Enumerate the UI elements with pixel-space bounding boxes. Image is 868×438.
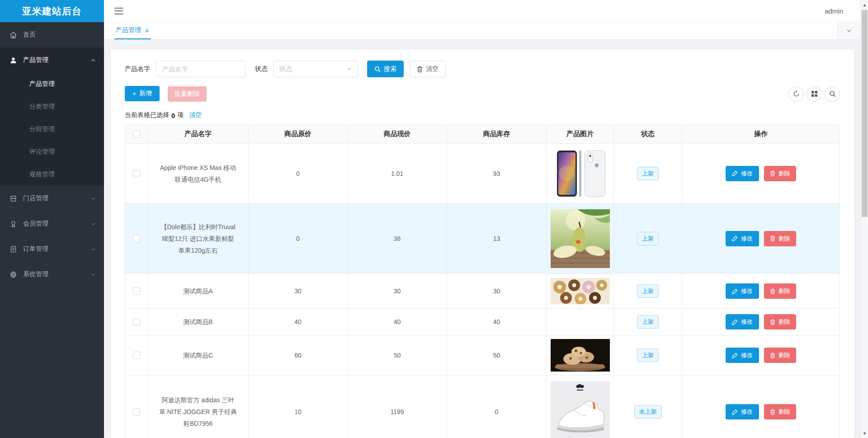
order-icon (9, 245, 17, 253)
stock: 50 (447, 335, 547, 375)
delete-button[interactable]: 删除 (764, 404, 796, 419)
edit-button[interactable]: 修改 (726, 283, 759, 299)
member-icon (9, 220, 17, 228)
delete-button[interactable]: 删除 (764, 166, 796, 181)
batch-delete-button[interactable]: 批量删除 (168, 86, 207, 102)
delete-button[interactable]: 删除 (764, 231, 796, 246)
row-checkbox[interactable] (133, 408, 140, 415)
table-row: 【Dole都乐】比利时Truval啤梨12只 进口水果新鲜梨 单果120g左右 … (125, 203, 840, 274)
menu-toggle-icon[interactable] (114, 8, 123, 14)
sidebar-item-system-mgmt[interactable]: 系统管理 (0, 262, 104, 287)
select-all-checkbox[interactable] (133, 131, 140, 138)
edit-button[interactable]: 修改 (726, 166, 759, 181)
home-icon (9, 31, 17, 39)
page-scrollbar[interactable]: ▲ ▼ (860, 0, 868, 438)
stock: 93 (447, 144, 547, 203)
edit-button[interactable]: 修改 (726, 404, 759, 419)
edit-icon (732, 235, 738, 241)
product-name: 测试商品B (148, 309, 249, 335)
sidebar-subitem-product-mgmt[interactable]: 产品管理 (0, 73, 104, 95)
scrollbar-down-arrow[interactable]: ▼ (861, 429, 868, 437)
col-header-stock: 商品库存 (447, 125, 547, 143)
original-price: 60 (249, 335, 348, 375)
col-header-status: 状态 (614, 125, 682, 143)
refresh-button[interactable] (788, 86, 804, 102)
clear-button[interactable]: 清空 (410, 61, 446, 77)
product-name-label: 产品名字 (125, 65, 150, 73)
original-price: 0 (249, 144, 348, 203)
chevron-down-icon (846, 28, 852, 34)
sidebar-item-order-mgmt[interactable]: 订单管理 (0, 236, 104, 262)
edit-button[interactable]: 修改 (726, 231, 759, 246)
trash-icon (770, 409, 775, 415)
delete-label: 删除 (778, 408, 790, 416)
tab-product-mgmt[interactable]: 产品管理 × (114, 22, 151, 39)
status-select[interactable]: 状态 (274, 61, 358, 77)
user-menu[interactable]: admin (825, 7, 843, 15)
sidebar-item-label: 门店管理 (23, 194, 91, 203)
sidebar-subitem-group-mgmt[interactable]: 分组管理 (0, 118, 104, 141)
product-name-input[interactable] (156, 61, 245, 77)
scrollbar-up-arrow[interactable]: ▲ (861, 1, 868, 9)
edit-button[interactable]: 修改 (726, 314, 759, 330)
content: 产品名字 状态 状态 搜索 清空 (104, 40, 860, 438)
original-price: 30 (249, 274, 348, 308)
main-area: admin 产品管理 × 产品名字 状态 状态 (104, 0, 860, 438)
delete-label: 删除 (778, 318, 790, 326)
chevron-up-icon (91, 58, 96, 63)
edit-button[interactable]: 修改 (726, 348, 759, 363)
row-checkbox[interactable] (133, 170, 140, 177)
sidebar-subitem-category-mgmt[interactable]: 分类管理 (0, 95, 104, 118)
delete-button[interactable]: 删除 (764, 283, 796, 299)
column-settings-button[interactable] (807, 86, 822, 102)
tab-list-dropdown[interactable] (837, 22, 860, 39)
row-checkbox[interactable] (133, 235, 140, 242)
search-icon (829, 90, 836, 97)
product-image-cookies (551, 339, 610, 372)
sidebar-item-home[interactable]: 首页 (0, 22, 104, 47)
product-table: 产品名字 商品原价 商品现价 商品库存 产品图片 状态 操作 Apple iPh… (125, 124, 840, 438)
row-checkbox[interactable] (133, 352, 140, 359)
selection-info: 当前表格已选择 0 项 清空 (125, 111, 840, 119)
selection-suffix: 项 (177, 111, 184, 119)
row-checkbox[interactable] (133, 318, 140, 325)
sidebar-item-store-mgmt[interactable]: 门店管理 (0, 186, 104, 211)
add-button[interactable]: + 新增 (125, 86, 160, 101)
status-badge: 上架 (637, 167, 659, 180)
product-card: 产品名字 状态 状态 搜索 清空 (111, 50, 854, 438)
selection-prefix: 当前表格已选择 (125, 111, 169, 119)
sidebar: 亚米建站后台 首页 产品管理 产品管理 分类管理 分组管理 评论管理 规格管理 (0, 0, 104, 438)
tab-close-icon[interactable]: × (145, 27, 149, 34)
edit-icon (732, 319, 738, 325)
search-form: 产品名字 状态 状态 搜索 清空 (125, 61, 840, 77)
sidebar-item-member-mgmt[interactable]: 会员管理 (0, 211, 104, 236)
sidebar-submenu: 产品管理 分类管理 分组管理 评论管理 规格管理 (0, 73, 104, 186)
subitem-label: 产品管理 (29, 80, 55, 88)
product-image-pear (551, 209, 610, 268)
chevron-down-icon (347, 66, 352, 72)
edit-icon (732, 288, 738, 294)
sidebar-item-label: 订单管理 (23, 245, 91, 253)
scrollbar-thumb[interactable] (862, 10, 868, 217)
clear-selection-link[interactable]: 清空 (189, 111, 202, 119)
store-icon (9, 195, 17, 203)
original-price: 10 (249, 376, 348, 438)
product-image-iphone (551, 147, 610, 200)
subitem-label: 分类管理 (29, 103, 55, 111)
stock: 40 (447, 309, 547, 335)
trash-icon (417, 66, 423, 72)
subitem-label: 分组管理 (29, 125, 55, 133)
col-header-image: 产品图片 (547, 125, 614, 143)
table-search-button[interactable] (825, 86, 840, 102)
sidebar-item-product-mgmt[interactable]: 产品管理 (0, 47, 104, 73)
search-button[interactable]: 搜索 (367, 61, 404, 77)
delete-button[interactable]: 删除 (764, 314, 796, 330)
delete-button[interactable]: 删除 (764, 348, 796, 363)
sidebar-subitem-spec-mgmt[interactable]: 规格管理 (0, 163, 104, 186)
batch-delete-label: 批量删除 (175, 90, 200, 98)
row-checkbox[interactable] (133, 287, 140, 295)
tab-label: 产品管理 (116, 26, 141, 34)
chevron-down-icon (91, 272, 96, 277)
settings-icon (9, 271, 17, 278)
sidebar-subitem-comment-mgmt[interactable]: 评论管理 (0, 141, 104, 163)
